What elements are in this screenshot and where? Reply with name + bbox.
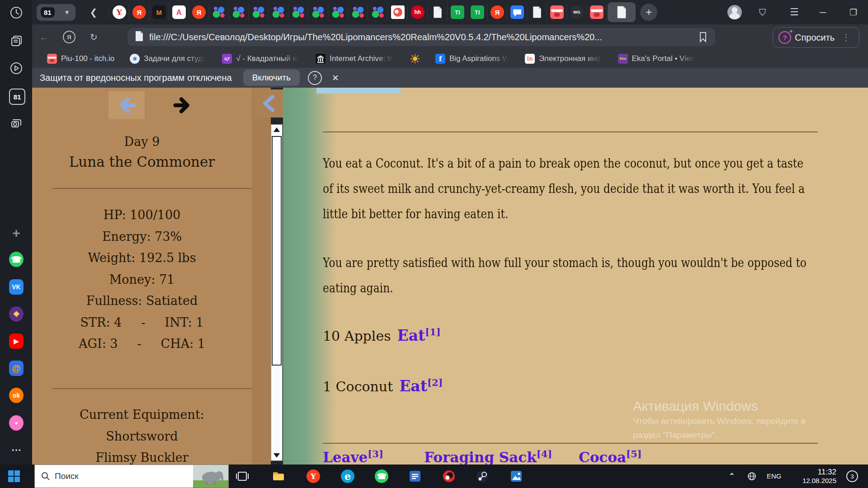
- tab-chat[interactable]: [507, 4, 527, 20]
- collapse-panel-button[interactable]: [254, 89, 283, 117]
- nav-back-button[interactable]: [108, 91, 145, 119]
- taskbar-red-app[interactable]: [442, 469, 456, 483]
- search-daily-image[interactable]: [193, 465, 228, 488]
- tab-itch-store[interactable]: [547, 4, 567, 20]
- ya-red-icon: Я: [192, 5, 206, 19]
- tab-ya-red[interactable]: Я: [129, 4, 149, 20]
- tray-clock[interactable]: 11:32 12.08.2025: [784, 468, 836, 485]
- ask-ai-button[interactable]: ?✦ Спросить ⋮: [773, 27, 859, 48]
- network-icon[interactable]: [747, 471, 757, 483]
- tab-ti[interactable]: TI: [448, 4, 467, 20]
- tab-metro[interactable]: M: [149, 4, 169, 20]
- menu-hamburger-icon[interactable]: ☰: [790, 0, 799, 24]
- taskbar-blue-doc[interactable]: [408, 469, 422, 483]
- page-scrollbar[interactable]: [271, 124, 283, 461]
- bookmark-item[interactable]: inЭлектронная инф: [525, 54, 602, 64]
- bookmark-label: Big Aspirations W: [449, 54, 509, 63]
- scrollbar-thumb[interactable]: [272, 136, 282, 366]
- scroll-up-button[interactable]: [271, 125, 282, 135]
- bookmark-item[interactable]: fBig Aspirations W: [435, 54, 509, 64]
- back-icon[interactable]: ←: [39, 32, 48, 42]
- bookmark-item[interactable]: Internet Archive: W: [316, 54, 395, 64]
- taskbar-whatsapp-task[interactable]: ☎: [374, 469, 389, 483]
- taskbar-steam[interactable]: [475, 469, 490, 483]
- bookmark-item[interactable]: Piu-100 - itch.io: [47, 54, 114, 64]
- tab-atom[interactable]: [249, 4, 269, 20]
- sidebar-history-clock[interactable]: [9, 5, 24, 20]
- chevron-left-icon: [261, 94, 276, 113]
- footer-link[interactable]: Foraging Sack[4]: [424, 448, 552, 465]
- tab-hh[interactable]: hh: [408, 4, 428, 20]
- story-area: You eat a Coconut. It's a bit of a pain …: [283, 88, 868, 465]
- taskbar-edge[interactable]: e: [340, 469, 355, 483]
- tab-yandex-start[interactable]: Y: [109, 4, 129, 20]
- atom-icon: [272, 5, 285, 19]
- tab-atom[interactable]: [328, 4, 348, 20]
- url-text: file:///C:/Users/Севолод/Desktop/Игры/Th…: [149, 32, 602, 42]
- profile-avatar[interactable]: [727, 0, 742, 24]
- nav-forward-button[interactable]: [170, 93, 195, 118]
- tab-scroll-left-icon[interactable]: ❮: [90, 7, 98, 18]
- chat-icon: [510, 5, 524, 19]
- tab-ti[interactable]: TI: [467, 4, 487, 20]
- bookmarks-panel-icon[interactable]: ⛉: [759, 0, 766, 24]
- bookmark-label: Электронная инф: [539, 54, 602, 63]
- tab-atom[interactable]: [288, 4, 308, 20]
- warning-close-icon[interactable]: ✕: [332, 73, 339, 83]
- tab-atom[interactable]: [269, 4, 288, 20]
- divider: [323, 131, 818, 132]
- yandex-home-icon[interactable]: Я: [63, 31, 75, 43]
- bookmark-label: Eka's Portal • View: [632, 54, 696, 63]
- reload-icon[interactable]: ↻: [90, 32, 98, 42]
- tab-ya-red[interactable]: Я: [487, 4, 507, 20]
- tab-doc[interactable]: [527, 4, 547, 20]
- tab-ya-red[interactable]: Я: [189, 4, 209, 20]
- story-paragraph: You are pretty satisfied with how full y…: [323, 250, 816, 301]
- ya-red-icon: Я: [132, 5, 146, 19]
- taskbar-task-view[interactable]: [235, 469, 250, 483]
- enable-protection-button[interactable]: Включить: [243, 70, 300, 86]
- warning-help-icon[interactable]: ?: [308, 71, 322, 85]
- eat-link[interactable]: Eat[1]: [397, 326, 441, 344]
- tab-list-chevron-icon[interactable]: ▼: [59, 4, 75, 21]
- footer-link[interactable]: Cocoa[5]: [579, 448, 642, 465]
- tab-wg[interactable]: WG: [567, 4, 587, 20]
- tab-atom[interactable]: [368, 4, 388, 20]
- bookmark-item[interactable]: [410, 54, 420, 64]
- eat-link-ref: [2]: [427, 377, 443, 388]
- taskbar-yandex-browser[interactable]: Y: [306, 469, 321, 483]
- tab-doc[interactable]: [428, 4, 448, 20]
- taskbar-search-input[interactable]: Поиск: [34, 465, 229, 488]
- tab-atom[interactable]: [348, 4, 368, 20]
- bookmark-item[interactable]: EkaEka's Portal • View: [618, 54, 696, 64]
- sidebar-play-circle[interactable]: [9, 61, 24, 75]
- url-field[interactable]: file:///C:/Users/Севолод/Desktop/Игры/Th…: [127, 28, 715, 46]
- new-tab-button[interactable]: +: [640, 4, 657, 21]
- scroll-down-button[interactable]: [271, 450, 282, 460]
- tab-translate[interactable]: A: [169, 4, 189, 20]
- language-indicator[interactable]: ENG: [767, 472, 782, 480]
- window-minimize-button[interactable]: ─: [820, 0, 826, 24]
- tab-counter-button[interactable]: 81: [37, 4, 59, 21]
- start-button[interactable]: [0, 465, 28, 488]
- tab-atom[interactable]: [308, 4, 328, 20]
- doc-icon: [431, 5, 444, 19]
- bookmark-flag-icon[interactable]: [699, 32, 707, 45]
- sidebar-feed-pages[interactable]: [9, 33, 24, 48]
- notification-badge[interactable]: 3: [846, 470, 858, 482]
- tab-swirl[interactable]: [388, 4, 408, 20]
- tab-atom[interactable]: [229, 4, 249, 20]
- character-name: Luna the Commoner: [32, 154, 252, 170]
- bookmark-item[interactable]: ЦТ√ - Квадратный ко: [222, 54, 300, 64]
- taskbar-explorer-folder[interactable]: [271, 469, 286, 483]
- window-maximize-button[interactable]: ❐: [849, 0, 857, 24]
- bookmark-item[interactable]: ✱Задачи для студе: [130, 54, 207, 64]
- footer-link[interactable]: Leave[3]: [323, 448, 383, 465]
- ask-options-dots-icon[interactable]: ⋮: [842, 33, 850, 42]
- hidden-icons-chevron-icon[interactable]: ⌃: [729, 472, 735, 480]
- active-tab[interactable]: [608, 2, 636, 22]
- tab-atom[interactable]: [209, 4, 229, 20]
- tab-itch-store[interactable]: [587, 4, 607, 20]
- taskbar-photos[interactable]: [509, 469, 524, 483]
- eat-link[interactable]: Eat[2]: [399, 377, 443, 395]
